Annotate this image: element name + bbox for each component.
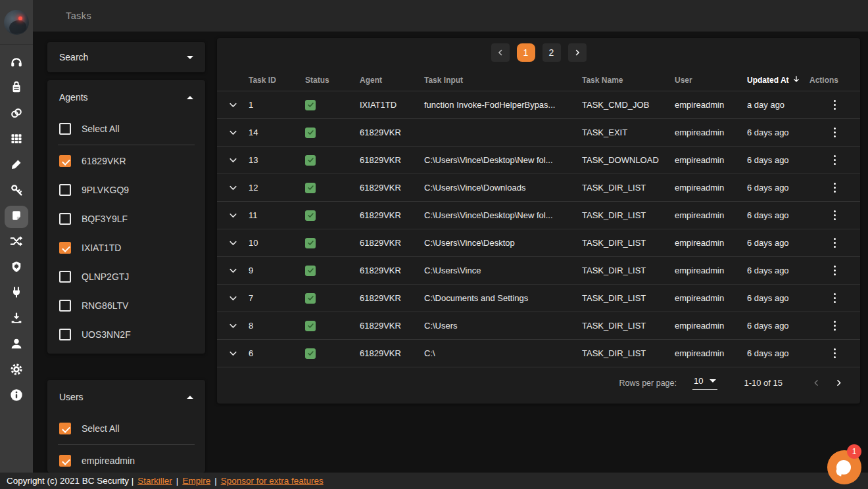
table-row[interactable]: 11 61829VKR C:\Users\Vince\Desktop\New f…	[217, 202, 860, 229]
logo-cell[interactable]	[0, 0, 33, 45]
expand-row-button[interactable]	[217, 348, 249, 359]
agent-filter-item[interactable]: RNG86LTV	[47, 291, 205, 320]
checkbox[interactable]	[59, 329, 71, 340]
user-filter-item[interactable]: empireadmin	[47, 446, 205, 473]
agents-panel-header[interactable]: Agents	[47, 80, 205, 114]
table-row[interactable]: 10 61829VKR C:\Users\Vince\Desktop TASK_…	[217, 229, 860, 257]
col-updated-at[interactable]: Updated At	[747, 75, 809, 86]
table-row[interactable]: 9 61829VKR C:\Users\Vince TASK_DIR_LIST …	[217, 257, 860, 285]
page-button-1[interactable]: 1	[517, 43, 535, 62]
sidebar-item-briefcase[interactable]	[0, 76, 33, 101]
table-row[interactable]: 14 61829VKR TASK_EXIT empireadmin 6 days…	[217, 119, 860, 147]
sidebar-item-info[interactable]	[0, 383, 33, 409]
task-name-cell: TASK_DOWNLOAD	[582, 155, 675, 165]
row-actions-menu-button[interactable]	[809, 321, 860, 331]
prev-page-button[interactable]	[491, 43, 510, 62]
expand-row-button[interactable]	[217, 127, 249, 138]
user-cell: empireadmin	[675, 128, 747, 137]
row-actions-menu-button[interactable]	[809, 183, 860, 193]
sidebar-item-shield[interactable]	[0, 255, 33, 281]
sidebar-item-user[interactable]	[0, 332, 33, 358]
col-task-input: Task Input	[424, 76, 582, 85]
expand-row-button[interactable]	[217, 265, 249, 276]
checkbox[interactable]	[59, 155, 71, 167]
row-actions-menu-button[interactable]	[809, 266, 860, 276]
success-check-icon	[305, 100, 316, 110]
agent-label: RNG86LTV	[82, 300, 128, 311]
sidebar-item-download[interactable]	[0, 306, 33, 332]
sidebar-item-key[interactable]	[0, 178, 33, 204]
agent-filter-item[interactable]: UOS3NN2F	[47, 320, 205, 349]
kebab-icon	[822, 100, 848, 110]
checkbox[interactable]	[59, 271, 71, 283]
sidebar-item-pencil[interactable]	[0, 152, 33, 178]
expand-row-button[interactable]	[217, 320, 249, 331]
sidebar-item-headphones[interactable]	[0, 50, 33, 76]
table-row[interactable]: 7 61829VKR C:\Documents and Settings TAS…	[217, 285, 860, 312]
checkbox[interactable]	[59, 300, 71, 312]
expand-row-button[interactable]	[217, 292, 249, 304]
sidebar-items	[0, 50, 33, 409]
agent-filter-item[interactable]: QLNP2GTJ	[47, 262, 205, 291]
footer-next-page-button[interactable]	[827, 372, 850, 394]
empire-link[interactable]: Empire	[182, 476, 210, 486]
page-button-2[interactable]: 2	[542, 43, 561, 62]
checkbox[interactable]	[59, 213, 71, 225]
sidebar-item-link[interactable]	[0, 101, 33, 127]
users-panel-header[interactable]: Users	[47, 380, 205, 414]
users-select-all[interactable]: Select All	[47, 414, 205, 443]
table-row[interactable]: 1 IXIAT1TD function Invoke-FodHelperBypa…	[217, 91, 860, 119]
checkbox[interactable]	[59, 423, 71, 434]
footer-prev-page-button[interactable]	[805, 372, 827, 394]
expand-row-button[interactable]	[217, 210, 249, 221]
chat-bubble-icon	[836, 460, 851, 475]
checkbox[interactable]	[59, 242, 71, 254]
sidebar-item-shuffle[interactable]	[0, 229, 33, 255]
row-actions-menu-button[interactable]	[809, 155, 860, 166]
checkbox[interactable]	[59, 184, 71, 196]
agent-filter-item[interactable]: IXIAT1TD	[47, 233, 205, 262]
row-actions-menu-button[interactable]	[809, 128, 860, 138]
chat-button[interactable]: 1	[827, 450, 861, 484]
search-panel-header[interactable]: Search	[47, 42, 205, 72]
checkbox[interactable]	[59, 123, 71, 135]
app-logo[interactable]	[4, 10, 29, 35]
rows-per-page-select[interactable]: 10	[692, 376, 717, 390]
expand-row-button[interactable]	[217, 182, 249, 193]
kebab-icon	[822, 321, 848, 331]
row-actions-menu-button[interactable]	[809, 348, 860, 359]
agent-filter-item[interactable]: 9PLVKGQ9	[47, 175, 205, 204]
agent-cell: 61829VKR	[360, 210, 424, 220]
sidebar-item-gear[interactable]	[0, 358, 33, 383]
user-cell: empireadmin	[675, 348, 747, 358]
sidebar-item-plug[interactable]	[0, 281, 33, 306]
expand-row-button[interactable]	[217, 154, 249, 166]
table-row[interactable]: 8 61829VKR C:\Users TASK_DIR_LIST empire…	[217, 312, 860, 340]
expand-row-button[interactable]	[217, 237, 249, 248]
next-page-button[interactable]	[568, 43, 587, 62]
sponsor-link[interactable]: Sponsor for extra features	[221, 476, 324, 486]
starkiller-link[interactable]: Starkiller	[137, 476, 172, 486]
row-actions-menu-button[interactable]	[809, 238, 860, 248]
table-row[interactable]: 12 61829VKR C:\Users\Vince\Downloads TAS…	[217, 174, 860, 202]
briefcase-icon	[9, 80, 24, 97]
kebab-icon	[822, 238, 848, 248]
row-actions-menu-button[interactable]	[809, 210, 860, 221]
chevron-up-icon	[187, 96, 193, 99]
row-actions-menu-button[interactable]	[809, 100, 860, 110]
agent-filter-item[interactable]: BQF3Y9LF	[47, 204, 205, 233]
status-cell	[305, 348, 360, 359]
checkbox[interactable]	[59, 455, 71, 467]
sidebar-item-grid[interactable]	[0, 127, 33, 152]
link-icon	[9, 106, 24, 123]
row-actions-menu-button[interactable]	[809, 293, 860, 304]
task-input-cell: C:\Users	[424, 321, 582, 331]
task-input-cell: C:\Users\Vince\Desktop	[424, 238, 582, 248]
agent-filter-item[interactable]: 61829VKR	[47, 147, 205, 175]
expand-row-button[interactable]	[217, 99, 249, 110]
sidebar-item-note[interactable]	[0, 204, 33, 229]
agents-select-all[interactable]: Select All	[47, 114, 205, 143]
table-row[interactable]: 6 61829VKR C:\ TASK_DIR_LIST empireadmin…	[217, 340, 860, 367]
table-row[interactable]: 13 61829VKR C:\Users\Vince\Desktop\New f…	[217, 147, 860, 174]
kebab-icon	[822, 155, 848, 166]
